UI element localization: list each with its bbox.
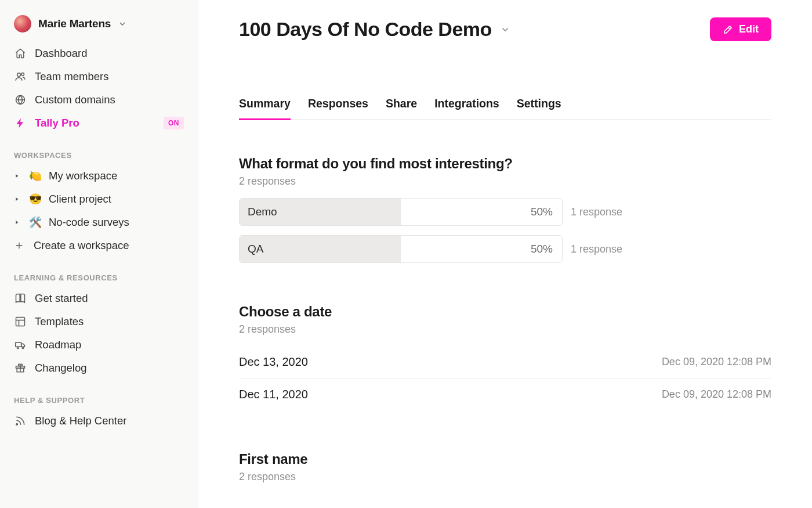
tab-settings[interactable]: Settings (517, 95, 561, 120)
caret-right-icon (14, 219, 22, 225)
sidebar-item-get-started[interactable]: Get started (8, 287, 190, 310)
workspace-emoji: 🛠️ (29, 216, 42, 229)
sidebar-item-label: Blog & Help Center (35, 415, 126, 427)
layout-icon (14, 315, 27, 328)
sidebar-item-label: Get started (35, 292, 88, 305)
svg-point-1 (21, 73, 24, 76)
sidebar-item-label: Templates (35, 315, 84, 328)
caret-right-icon (14, 173, 22, 179)
avatar (14, 15, 31, 33)
svg-point-0 (17, 73, 21, 77)
user-name: Marie Martens (38, 17, 111, 30)
bar-pct: 50% (531, 243, 562, 255)
bar: Demo 50% (239, 198, 563, 226)
book-icon (14, 292, 27, 305)
workspace-item[interactable]: 🍋 My workspace (8, 164, 190, 188)
bar-label: QA (240, 243, 531, 255)
sidebar-item-pro[interactable]: Tally Pro ON (8, 111, 190, 135)
sidebar-item-label: Roadmap (35, 338, 81, 351)
edit-button-label: Edit (739, 23, 759, 35)
sidebar-item-blog-help[interactable]: Blog & Help Center (8, 409, 190, 433)
tab-share[interactable]: Share (386, 95, 417, 120)
pencil-icon (723, 24, 733, 35)
response-timestamp: Dec 09, 2020 12:08 PM (662, 356, 771, 368)
svg-point-6 (22, 347, 24, 349)
caret-right-icon (14, 196, 22, 202)
page-title: 100 Days Of No Code Demo (239, 18, 492, 41)
sidebar-item-domains[interactable]: Custom domains (8, 88, 190, 111)
bar-count: 1 response (571, 206, 622, 218)
sidebar-item-changelog[interactable]: Changelog (8, 356, 190, 380)
home-icon (14, 47, 27, 60)
question-sub: 2 responses (239, 323, 771, 336)
question-title: Choose a date (239, 304, 771, 320)
svg-rect-3 (16, 318, 25, 326)
globe-icon (14, 93, 27, 106)
question-block: Choose a date 2 responses Dec 13, 2020 D… (239, 304, 771, 410)
bar-count: 1 response (571, 243, 622, 255)
main-content: 100 Days Of No Code Demo Edit Summary Re… (198, 0, 812, 508)
response-row: Dec 11, 2020 Dec 09, 2020 12:08 PM (239, 379, 771, 410)
workspace-item[interactable]: 🛠️ No-code surveys (8, 211, 190, 234)
svg-rect-4 (16, 343, 21, 347)
bar-label: Demo (240, 206, 531, 218)
user-menu[interactable]: Marie Martens (8, 13, 190, 42)
workspace-label: No-code surveys (49, 216, 129, 229)
on-badge: ON (164, 117, 184, 129)
sidebar-item-roadmap[interactable]: Roadmap (8, 333, 190, 356)
header: 100 Days Of No Code Demo Edit (239, 17, 771, 41)
sidebar: Marie Martens Dashboard Team members Cus… (0, 0, 198, 508)
sidebar-item-label: Tally Pro (35, 117, 79, 129)
tabs: Summary Responses Share Integrations Set… (239, 95, 771, 120)
question-sub: 2 responses (239, 471, 771, 483)
sidebar-item-label: Custom domains (35, 93, 115, 106)
bar: QA 50% (239, 235, 563, 263)
response-value: Dec 11, 2020 (239, 388, 308, 401)
users-icon (14, 70, 27, 83)
response-timestamp: Dec 09, 2020 12:08 PM (662, 388, 771, 401)
edit-button[interactable]: Edit (710, 17, 771, 41)
workspace-item[interactable]: 😎 Client project (8, 188, 190, 211)
question-sub: 2 responses (239, 175, 771, 188)
response-row: Dec 13, 2020 Dec 09, 2020 12:08 PM (239, 346, 771, 379)
plus-icon (13, 241, 26, 250)
svg-point-9 (16, 424, 18, 426)
create-workspace[interactable]: Create a workspace (8, 234, 190, 257)
bar-row: Demo 50% 1 response (239, 198, 771, 226)
question-title: First name (239, 451, 771, 467)
question-title: What format do you find most interesting… (239, 156, 771, 172)
bar-row: QA 50% 1 response (239, 235, 771, 263)
sidebar-item-label: Dashboard (35, 47, 88, 60)
sidebar-item-team[interactable]: Team members (8, 65, 190, 88)
section-workspaces: WORKSPACES (8, 135, 190, 164)
create-workspace-label: Create a workspace (34, 239, 129, 252)
tab-integrations[interactable]: Integrations (434, 95, 499, 120)
sidebar-item-label: Team members (35, 70, 108, 83)
section-help: HELP & SUPPORT (8, 380, 190, 409)
sidebar-item-templates[interactable]: Templates (8, 310, 190, 333)
workspace-emoji: 🍋 (29, 170, 42, 182)
workspace-label: My workspace (49, 170, 117, 182)
tab-summary[interactable]: Summary (239, 95, 291, 120)
response-value: Dec 13, 2020 (239, 355, 308, 369)
rss-icon (14, 415, 27, 427)
workspace-emoji: 😎 (29, 193, 42, 206)
question-block: First name 2 responses (239, 451, 771, 483)
tab-responses[interactable]: Responses (308, 95, 368, 120)
svg-point-5 (17, 347, 19, 349)
sidebar-item-dashboard[interactable]: Dashboard (8, 42, 190, 65)
bar-pct: 50% (531, 206, 562, 218)
question-block: What format do you find most interesting… (239, 156, 771, 263)
bolt-icon (14, 117, 27, 129)
chevron-down-icon (500, 24, 510, 35)
workspace-label: Client project (49, 193, 111, 206)
chevron-down-icon (118, 19, 127, 28)
truck-icon (14, 338, 27, 351)
title-dropdown[interactable]: 100 Days Of No Code Demo (239, 18, 510, 41)
section-learning: LEARNING & RESOURCES (8, 257, 190, 287)
gift-icon (14, 362, 27, 374)
sidebar-item-label: Changelog (35, 362, 87, 374)
